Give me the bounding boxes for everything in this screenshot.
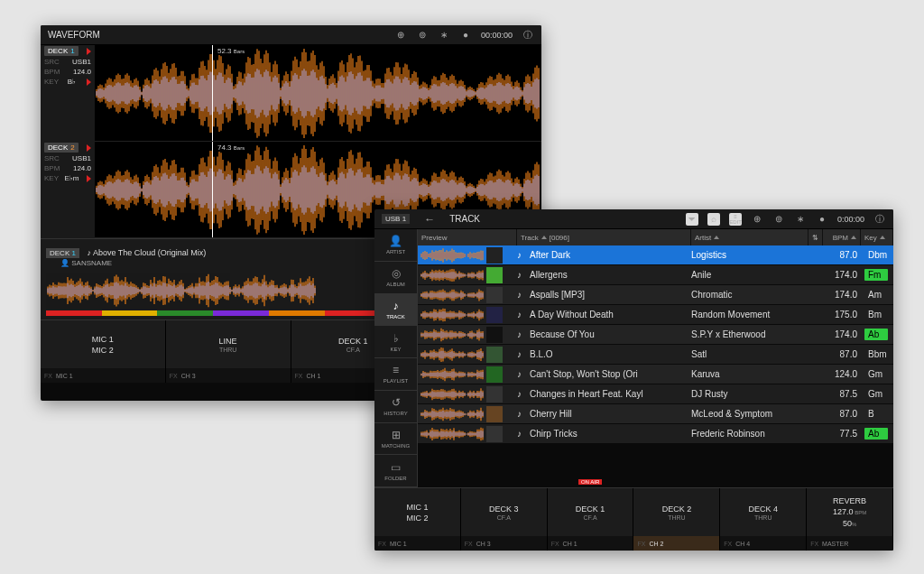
track-title: Can't Stop, Won't Stop (Ori xyxy=(530,369,638,379)
info-icon[interactable]: ⓘ xyxy=(873,213,886,226)
track-row[interactable]: ♪Cherry HillMcLeod & Symptom87.0B xyxy=(418,404,893,424)
category-album[interactable]: ◎ALBUM xyxy=(374,262,417,294)
track-row[interactable]: ♪AllergensAnile174.0Fm xyxy=(418,265,893,285)
music-note-icon: ♪ xyxy=(517,310,526,319)
rec-icon[interactable]: ● xyxy=(816,213,828,226)
deck1-overview-waveform[interactable] xyxy=(46,273,317,309)
fx-bar: FXMIC 1FXCH 3FXCH 1FXCH 2FXCH 4FXMASTER xyxy=(374,536,893,551)
track-bpm: 77.5 xyxy=(823,429,861,439)
album-art xyxy=(486,247,503,264)
track-row[interactable]: ♪Chirp TricksFrederic Robinson77.5Ab xyxy=(418,424,893,444)
back-button[interactable]: ← xyxy=(419,213,440,226)
category-track[interactable]: ♪TRACK xyxy=(374,294,417,327)
browser-screen: USB 1 ← TRACK ⏷ ⌕ ≡EDIT ⊕ ⊚ ∗ ● 0:00:00 … xyxy=(374,209,893,551)
play-indicator-icon xyxy=(87,144,91,152)
album-art xyxy=(486,366,503,383)
bluetooth-icon[interactable]: ∗ xyxy=(438,29,450,42)
track-artist: Random Movement xyxy=(691,310,808,319)
deck1-source: USB1 xyxy=(72,58,91,66)
track-row[interactable]: ♪After DarkLogistics87.0Dbm xyxy=(418,245,893,265)
category-key[interactable]: ♭KEY xyxy=(374,326,417,358)
track-row[interactable]: ♪Because Of YouS.P.Y x Etherwood174.0Ab xyxy=(418,325,893,345)
category-icon: ◎ xyxy=(392,267,401,280)
fx-channel[interactable]: FXCH 3 xyxy=(166,368,291,383)
track-bpm: 174.0 xyxy=(823,270,861,280)
mixer-channel[interactable]: DECK 2THRU xyxy=(633,488,720,536)
wifi-icon[interactable]: ⊚ xyxy=(772,213,785,226)
col-preview[interactable]: Preview xyxy=(418,229,517,245)
category-icon: ⊞ xyxy=(392,429,401,441)
source-tab[interactable]: USB 1 xyxy=(382,214,410,224)
info-icon[interactable]: ⓘ xyxy=(522,29,534,42)
rec-time: 0:00:00 xyxy=(837,215,864,224)
col-track[interactable]: Track [0096] xyxy=(517,229,691,245)
fx-channel[interactable]: FXCH 3 xyxy=(461,536,548,551)
track-key: Gm xyxy=(864,368,888,380)
category-folder[interactable]: ▭FOLDER xyxy=(374,455,417,487)
music-note-icon: ♪ xyxy=(517,429,526,439)
col-bpm[interactable]: BPM xyxy=(823,229,861,245)
deck2-key: E♭m xyxy=(65,174,79,182)
wifi-icon[interactable]: ⊚ xyxy=(416,29,429,42)
browser-header: Preview Track [0096] Artist ⇅ BPM Key xyxy=(418,229,893,245)
album-art xyxy=(486,307,503,323)
track-row[interactable]: ♪Changes in Heart Feat. KaylDJ Rusty87.5… xyxy=(418,384,893,404)
track-artist: Anile xyxy=(691,270,808,280)
edit-menu-icon[interactable]: ≡EDIT xyxy=(729,213,742,226)
rec-icon[interactable]: ● xyxy=(459,29,472,42)
mixer-channel[interactable]: MIC 1MIC 2 xyxy=(41,320,166,368)
track-bpm: 174.0 xyxy=(823,329,861,339)
track-title: A Day Without Death xyxy=(530,310,614,319)
screen-title: WAVEFORM xyxy=(48,30,100,40)
track-bpm: 174.0 xyxy=(823,290,861,300)
music-note-icon: ♪ xyxy=(517,290,526,300)
mixer-channel[interactable]: MIC 1MIC 2 xyxy=(374,488,461,536)
sort-asc-icon xyxy=(851,236,856,239)
track-row[interactable]: ♪Can't Stop, Won't Stop (OriKaruva124.0G… xyxy=(418,365,893,384)
category-history[interactable]: ↺HISTORY xyxy=(374,391,417,423)
col-scroll[interactable]: ⇅ xyxy=(808,229,823,245)
track-row[interactable]: ♪Aspalls [MP3]Chromatic174.0Am xyxy=(418,285,893,305)
deck2-source: USB1 xyxy=(72,154,91,162)
browser-title: TRACK xyxy=(449,214,480,224)
deck2-bpm: 124.0 xyxy=(73,164,91,172)
network-icon[interactable]: ⊕ xyxy=(394,29,407,42)
deck1-waveform[interactable]: 52.3 Bars xyxy=(95,45,541,142)
col-key[interactable]: Key xyxy=(861,229,893,245)
track-list[interactable]: ♪After DarkLogistics87.0Dbm♪AllergensAni… xyxy=(418,245,893,487)
deck1-artist: SANSNAME xyxy=(71,259,112,267)
category-artist[interactable]: 👤ARTIST xyxy=(374,229,417,262)
mixer-channel[interactable]: ON AIRDECK 1CF.A xyxy=(548,488,634,536)
music-note-icon: ♪ xyxy=(517,349,526,359)
category-playlist[interactable]: ≡PLAYLIST xyxy=(374,358,417,391)
mixer-channel[interactable]: LINETHRU xyxy=(166,320,291,368)
fx-channel[interactable]: FXMIC 1 xyxy=(374,536,461,551)
mixer-channel[interactable]: DECK 4THRU xyxy=(720,488,807,536)
search-icon[interactable]: ⌕ xyxy=(707,213,720,226)
track-key: Ab xyxy=(864,428,888,440)
category-icon: ≡ xyxy=(393,364,399,376)
fx-channel[interactable]: FXCH 2 xyxy=(633,536,720,551)
filter-icon[interactable]: ⏷ xyxy=(686,213,698,226)
key-indicator-icon xyxy=(87,79,91,86)
track-row[interactable]: ♪A Day Without DeathRandom Movement175.0… xyxy=(418,305,893,325)
network-icon[interactable]: ⊕ xyxy=(751,213,763,226)
fx-channel[interactable]: FXCH 4 xyxy=(720,536,807,551)
track-title: Because Of You xyxy=(530,329,595,339)
deck1-bpm: 124.0 xyxy=(73,68,91,76)
bluetooth-icon[interactable]: ∗ xyxy=(794,213,807,226)
album-art xyxy=(486,287,503,303)
album-art xyxy=(486,267,503,283)
fx-channel[interactable]: FXMIC 1 xyxy=(41,368,166,383)
category-matching[interactable]: ⊞MATCHING xyxy=(374,423,417,456)
fx-channel[interactable]: FXCH 1 xyxy=(548,536,634,551)
category-icon: ↺ xyxy=(392,396,401,409)
track-row[interactable]: ♪B.L.OSatl87.0Bbm xyxy=(418,345,893,365)
col-artist[interactable]: Artist xyxy=(691,229,808,245)
deck1-info-panel: DECK 1 SRCUSB1 BPM124.0 KEYB♭ xyxy=(41,45,95,142)
fx-channel[interactable]: FXMASTER xyxy=(807,536,893,551)
mixer-channel[interactable]: REVERB127.0 BPM50% xyxy=(807,488,893,536)
track-key: Bbm xyxy=(864,348,891,360)
mixer-channel[interactable]: DECK 3CF.A xyxy=(461,488,548,536)
track-bpm: 124.0 xyxy=(823,369,861,379)
